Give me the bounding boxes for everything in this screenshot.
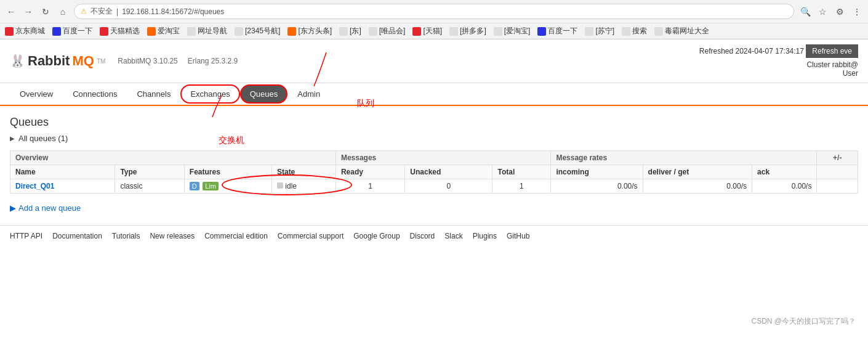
all-queues-toggle[interactable]: ▶ All queues (1) [10,134,858,143]
row-features: D Lim [184,179,271,194]
bookmark-dong[interactable]: [东] [339,26,361,36]
bookmark-pdd[interactable]: [拼多多] [449,26,486,36]
footer-plugins[interactable]: Plugins [473,232,497,240]
footer-new-releases[interactable]: New releases [150,232,195,240]
bookmark-dongfang[interactable]: [东方头条] [287,26,332,36]
row-incoming: 0.00/s [551,179,643,194]
bookmark-weipinhui-icon [369,27,377,36]
bookmark-tianmao[interactable]: [天猫] [412,26,442,36]
app-header-left: 🐰 Rabbit MQ TM RabbitMQ 3.10.25 Erlang 2… [10,53,238,69]
bookmark-dongfang-icon [287,27,296,36]
bookmark-nav-icon [187,27,196,36]
bookmark-search[interactable]: 搜索 [622,26,647,36]
bookmark-jd-icon [5,27,14,36]
th-ack: ack [752,165,817,179]
refresh-every-button[interactable]: Refresh eve [806,44,858,58]
menu-button[interactable]: ⋮ [851,6,863,18]
row-type: classic [115,179,184,194]
logo: 🐰 Rabbit MQ TM [10,53,105,69]
th-deliver-get: deliver / get [643,165,752,179]
th-type: Type [115,165,184,179]
back-button[interactable]: ← [5,6,17,18]
bookmark-duba[interactable]: 毒霸网址大全 [654,26,709,36]
footer: HTTP API Documentation Tutorials New rel… [0,225,868,247]
add-queue-toggle[interactable]: ▶ Add a new queue [10,201,858,215]
row-name[interactable]: Direct_Q01 [10,179,115,194]
nav-bar: Overview Connections Channels Exchanges … [0,83,868,106]
row-state: idle [271,179,336,194]
footer-github[interactable]: GitHub [507,232,529,240]
bookmark-baidu2[interactable]: 百度一下 [537,26,577,36]
search-button[interactable]: 🔍 [799,6,811,18]
bookmark-nav[interactable]: 网址导航 [187,26,227,36]
bookmark-aitaobao[interactable]: 爱淘宝 [147,26,180,36]
row-unacked: 0 [405,179,492,194]
footer-commercial-support[interactable]: Commercial support [278,232,344,240]
nav-container: Overview Connections Channels Exchanges … [0,83,868,106]
table-row[interactable]: Direct_Q01 classic D Lim idle 1 0 [10,179,858,194]
bookmark-jd[interactable]: 京东商城 [5,26,45,36]
home-button[interactable]: ⌂ [57,6,69,18]
th-state: State [271,165,336,179]
footer-discord[interactable]: Discord [410,232,435,240]
row-empty [817,179,858,194]
address-bar[interactable]: ⚠ 不安全 | 192.168.11.84:15672/#/queues [74,4,794,19]
bookmark-suning[interactable]: [苏宁] [585,26,614,36]
th-unacked: Unacked [405,165,492,179]
table-container: Overview Messages Message rates +/- Name… [10,150,858,194]
app-header-right: Refreshed 2024-04-07 17:34:17 Refresh ev… [699,44,858,78]
th-overview: Overview [10,151,336,165]
footer-slack[interactable]: Slack [444,232,462,240]
address-text: | [116,7,118,16]
browser-toolbar: ← → ↻ ⌂ ⚠ 不安全 | 192.168.11.84:15672/#/qu… [0,0,868,23]
logo-tm-text: TM [97,58,105,65]
bookmark-tmall[interactable]: 天猫精选 [100,26,140,36]
row-state-text: idle [285,182,297,190]
nav-admin[interactable]: Admin [287,83,330,105]
th-total: Total [492,165,551,179]
row-deliver-get: 0.00/s [643,179,752,194]
refreshed-label: Refreshed 2024-04-07 17:34:17 [699,47,804,55]
footer-http-api[interactable]: HTTP API [10,232,42,240]
th-name: Name [10,165,115,179]
page-title: Queues [10,116,858,129]
footer-commercial-edition[interactable]: Commercial edition [204,232,268,240]
bookmark-2345[interactable]: [2345号航] [235,26,280,36]
bookmark-dong-icon [339,27,348,36]
row-total: 1 [492,179,551,194]
bookmarks-bar: 京东商城 百度一下 天猫精选 爱淘宝 网址导航 [2345号航] [东方头条] [0,23,868,39]
th-ready: Ready [336,165,404,179]
extensions-button[interactable]: ⚙ [834,6,846,18]
row-ready: 1 [336,179,404,194]
main-content: Queues ▶ All queues (1) Overview Message… [0,106,868,225]
row-ack: 0.00/s [752,179,817,194]
bookmark-search-icon [622,27,630,36]
version-info: RabbitMQ 3.10.25 Erlang 25.3.2.9 [118,57,238,65]
state-check-icon [277,182,283,189]
bookmark-baidu[interactable]: 百度一下 [52,26,92,36]
bookmark-suning-icon [585,27,593,36]
footer-google-group[interactable]: Google Group [353,232,400,240]
logo-rabbit-icon: 🐰 [10,54,25,68]
nav-exchanges[interactable]: Exchanges [180,84,239,104]
footer-documentation[interactable]: Documentation [52,232,102,240]
nav-queues[interactable]: Queues [240,84,288,104]
star-button[interactable]: ☆ [816,6,829,18]
user-label: User [843,69,858,78]
th-plus-minus[interactable]: +/- [817,151,858,165]
forward-button[interactable]: → [22,6,34,18]
footer-tutorials[interactable]: Tutorials [112,232,140,240]
nav-connections[interactable]: Connections [63,83,127,105]
th-incoming: incoming [551,165,643,179]
th-placeholder [817,165,858,179]
bookmark-aitaobao2[interactable]: [爱淘宝] [494,26,531,36]
refresh-button[interactable]: ↻ [39,6,52,18]
bookmark-2345-icon [235,27,243,36]
add-queue-arrow-icon: ▶ [10,203,16,213]
logo-mq-text: MQ [72,53,94,69]
bookmark-weipinhui[interactable]: [唯品会] [369,26,406,36]
nav-channels[interactable]: Channels [127,83,180,105]
th-message-rates: Message rates [551,151,817,165]
all-queues-label: All queues (1) [18,134,68,143]
nav-overview[interactable]: Overview [10,83,63,105]
